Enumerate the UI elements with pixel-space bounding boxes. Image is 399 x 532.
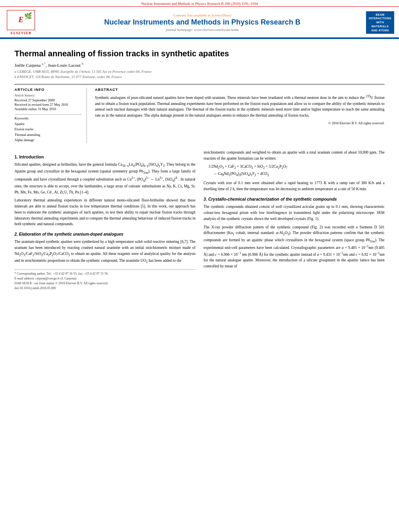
elsevier-wordmark: ELSEVIER bbox=[10, 31, 31, 35]
abstract-col: ABSTRACT Synthetic analogues of poor-sil… bbox=[95, 88, 385, 143]
section1-para2: Laboratory thermal annealing experiences… bbox=[14, 197, 195, 227]
formula-line1: 1/2Nd2O3 + CaF2 + 3CaCO3 + SiO2 + 5/2Ca2… bbox=[208, 164, 385, 170]
contents-text: Contents lists available at bbox=[173, 13, 210, 17]
right-body-col: stoichiometric compounds and weighted to… bbox=[204, 150, 385, 291]
section3-para2: The X-ray powder diffraction pattern of … bbox=[204, 224, 385, 269]
keyword-1: Apatite bbox=[14, 121, 82, 127]
footnote-email: E-mail address: carpena@cerege.fr (J. Ca… bbox=[14, 276, 195, 281]
header: E 🌿 ELSEVIER Contents lists available at… bbox=[0, 7, 399, 38]
these-word: these bbox=[187, 198, 195, 202]
sciencedirect-name: ScienceDirect bbox=[211, 13, 231, 17]
authors-text: Joëlle Carpena a,*, Jean-Louis Lacout b bbox=[14, 63, 83, 68]
body-two-col: 1. Introduction Silicated apatites, desi… bbox=[14, 150, 385, 291]
available-date: Available online 31 May 2010 bbox=[14, 107, 82, 111]
journal-title-center: Contents lists available at ScienceDirec… bbox=[43, 13, 361, 32]
journal-bar-text: Nuclear Instruments and Methods in Physi… bbox=[141, 2, 257, 6]
section2-title: 2. Elaboration of the synthetic uranium-… bbox=[14, 231, 195, 238]
formula-line2: → Ca9Nd1(PO4)5(SiO4)1F2 + 4CO2 bbox=[213, 171, 385, 178]
history-label: Article history: bbox=[14, 93, 82, 97]
right-intro-text: stoichiometric compounds and weighted to… bbox=[204, 150, 385, 161]
journal-homepage: journal homepage: www.elsevier.com/locat… bbox=[43, 28, 361, 32]
copyright: © 2010 Elsevier B.V. All rights reserved… bbox=[95, 121, 385, 125]
footnote-area: * Corresponding author. Tel.: +33 4 42 9… bbox=[14, 269, 195, 291]
abstract-text: Synthetic analogues of poor-silicated na… bbox=[95, 94, 385, 119]
keywords-list: Apatite Fission tracks Thermal annealing… bbox=[14, 121, 82, 143]
section3-para1: The synthetic compounds obtained consist… bbox=[204, 204, 385, 222]
affiliation-b: b ENSIACET, 118 Route de Narbonne, 31 07… bbox=[14, 74, 385, 80]
keywords-label: Keywords: bbox=[14, 116, 82, 120]
keyword-3: Thermal annealing bbox=[14, 132, 82, 138]
section1-title: 1. Introduction bbox=[14, 154, 195, 160]
section1-para1: Silicated apatites, designed as britholi… bbox=[14, 162, 195, 195]
section2-para1: The uranium-doped synthetic apatites wer… bbox=[14, 239, 195, 265]
info-abstract-section: ARTICLE INFO Article history: Received 2… bbox=[14, 84, 385, 143]
sciencedirect-line: Contents lists available at ScienceDirec… bbox=[43, 13, 361, 17]
article-info-col: ARTICLE INFO Article history: Received 2… bbox=[14, 88, 87, 143]
revised-date: Received in revised form 27 May 2010 bbox=[14, 103, 82, 107]
affiliation-a: a CEREGE, UMR 6635, BP80, Europôle de l'… bbox=[14, 69, 385, 75]
crystals-text: Crystals with size of 0.1 mm were obtain… bbox=[204, 180, 385, 192]
beam-box: BEAMINTERACTIONSWITHMATERIALSAND ATOMS bbox=[366, 11, 394, 34]
article-info-title: ARTICLE INFO bbox=[14, 88, 82, 92]
left-body-col: 1. Introduction Silicated apatites, desi… bbox=[14, 150, 195, 291]
journal-bar: Nuclear Instruments and Methods in Physi… bbox=[0, 0, 399, 7]
footnote-doi: doi:10.1016/j.nimb.2010.05.085 bbox=[14, 286, 195, 291]
formula-block: 1/2Nd2O3 + CaF2 + 3CaCO3 + SiO2 + 5/2Ca2… bbox=[208, 164, 385, 177]
keyword-2: Fission tracks bbox=[14, 127, 82, 132]
affiliations: a CEREGE, UMR 6635, BP80, Europôle de l'… bbox=[14, 69, 385, 80]
section3-title: 3. Crystallo-chemical characterization o… bbox=[204, 196, 385, 202]
article-title: Thermal annealing of fission tracks in s… bbox=[14, 49, 385, 59]
footnote-issn: 0168-583X/$ - see front matter © 2010 El… bbox=[14, 281, 195, 286]
footnote-corresponding: * Corresponding author. Tel.: +33 4 42 9… bbox=[14, 271, 195, 276]
main-content: Thermal annealing of fission tracks in s… bbox=[0, 39, 399, 295]
received-date: Received 27 September 2009 bbox=[14, 98, 82, 102]
journal-title: Nuclear Instruments and Methods in Physi… bbox=[43, 18, 361, 27]
authors-line: Joëlle Carpena a,*, Jean-Louis Lacout b bbox=[14, 62, 385, 68]
abstract-title: ABSTRACT bbox=[95, 88, 385, 92]
keyword-4: Alpha damage bbox=[14, 138, 82, 143]
keywords-section: Keywords: Apatite Fission tracks Thermal… bbox=[14, 114, 82, 143]
elsevier-logo: E 🌿 ELSEVIER bbox=[5, 10, 37, 35]
